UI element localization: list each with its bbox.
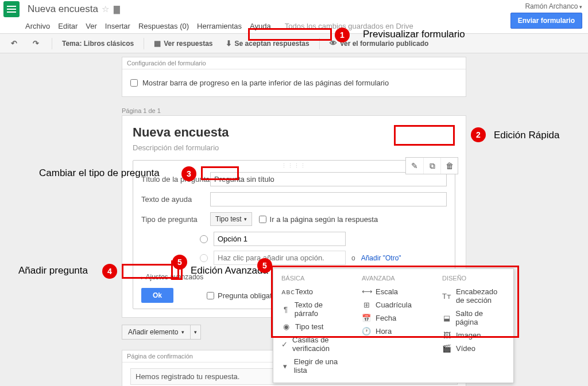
doc-title[interactable]: Nueva encuesta bbox=[28, 3, 98, 15]
dd-item-section[interactable]: TᴛEncabezado de sección bbox=[442, 285, 505, 307]
image-icon: 🖼 bbox=[442, 331, 451, 340]
header-icon: Tᴛ bbox=[442, 292, 451, 301]
check-icon: ✓ bbox=[281, 340, 288, 349]
dd-item-checkboxes[interactable]: ✓Casillas de verificación bbox=[281, 333, 345, 355]
download-icon: ⬇ bbox=[226, 39, 232, 48]
annotation-text-1: Previsualizar formulario bbox=[363, 29, 465, 40]
dd-section-advanced: AVANZADA bbox=[362, 275, 425, 282]
delete-icon[interactable]: 🗑 bbox=[440, 158, 458, 174]
dd-section-basic: BÁSICA bbox=[281, 275, 345, 282]
dd-item-list[interactable]: ▾Elegir de una lista bbox=[281, 355, 345, 377]
ok-button[interactable]: Ok bbox=[141, 288, 173, 303]
add-option-row: o Añadir "Otro" bbox=[200, 251, 447, 265]
dd-item-scale[interactable]: ⟷Escala bbox=[362, 285, 425, 298]
menu-edit[interactable]: Editar bbox=[58, 22, 78, 30]
forms-logo[interactable] bbox=[3, 1, 20, 17]
radio-icon bbox=[200, 254, 208, 262]
annotation-badge-4: 4 bbox=[102, 264, 117, 279]
page-indicator: Página 1 de 1 bbox=[122, 107, 588, 114]
clock-icon: 🕐 bbox=[362, 327, 371, 336]
send-form-button-top[interactable]: Enviar formulario bbox=[510, 13, 582, 29]
dd-item-date[interactable]: 📅Fecha bbox=[362, 311, 425, 325]
add-option-input[interactable] bbox=[214, 251, 346, 265]
add-other-link[interactable]: Añadir "Otro" bbox=[361, 254, 401, 262]
video-icon: 🎬 bbox=[442, 344, 451, 353]
radio-icon bbox=[200, 235, 208, 243]
goto-page-option[interactable]: Ir a la página según la respuesta bbox=[259, 215, 378, 224]
add-item-split-button[interactable]: ▾ bbox=[191, 325, 201, 340]
help-text-label: Texto de ayuda bbox=[141, 195, 210, 204]
text-icon: ᴀʙᴄ bbox=[281, 287, 291, 296]
accepting-responses-button[interactable]: ⬇Se aceptan respuestas bbox=[220, 36, 315, 50]
menu-help[interactable]: Ayuda bbox=[250, 22, 271, 30]
dd-item-time[interactable]: 🕐Hora bbox=[362, 325, 425, 338]
theme-button[interactable]: Tema: Libros clásicos bbox=[57, 37, 139, 50]
menubar: Archivo Editar Ver Insertar Respuestas (… bbox=[0, 18, 588, 33]
calendar-icon: 📅 bbox=[362, 314, 371, 322]
panel-header: Configuración del formulario bbox=[122, 57, 466, 69]
dd-item-paragraph[interactable]: ¶Texto de párrafo bbox=[281, 298, 345, 320]
dd-item-text[interactable]: ᴀʙᴄTexto bbox=[281, 285, 345, 298]
goto-checkbox[interactable] bbox=[259, 216, 266, 223]
add-item-button[interactable]: Añadir elemento bbox=[122, 325, 191, 340]
required-checkbox[interactable] bbox=[207, 292, 214, 299]
toolbar: ↶ ↷ Tema: Libros clásicos ▦Ver respuesta… bbox=[0, 34, 588, 53]
radio-icon: ◉ bbox=[281, 322, 291, 331]
grid-icon: ⊞ bbox=[362, 301, 371, 309]
annotation-badge-2: 2 bbox=[471, 127, 486, 142]
form-description[interactable]: Descripción del formulario bbox=[133, 143, 455, 152]
annotation-text-4: Añadir pregunta bbox=[18, 265, 88, 276]
dd-item-image[interactable]: 🖼Imagen bbox=[442, 329, 505, 342]
menu-insert[interactable]: Insertar bbox=[105, 22, 130, 30]
annotation-text-2: Edición Rápida bbox=[494, 130, 559, 141]
menu-file[interactable]: Archivo bbox=[25, 22, 50, 30]
dd-section-design: DISEÑO bbox=[442, 275, 505, 282]
undo-button[interactable]: ↶ bbox=[6, 36, 25, 50]
annotation-badge-5a: 5 bbox=[172, 255, 187, 270]
view-responses-button[interactable]: ▦Ver respuestas bbox=[149, 36, 218, 50]
menu-view[interactable]: Ver bbox=[86, 22, 97, 30]
user-menu[interactable]: Ramón Archanco bbox=[525, 2, 582, 10]
dropdown-icon: ▾ bbox=[281, 362, 289, 371]
edit-icon[interactable]: ✎ bbox=[406, 158, 423, 174]
option-row-1 bbox=[200, 232, 447, 246]
duplicate-icon[interactable]: ⧉ bbox=[423, 158, 440, 174]
progress-bar-checkbox[interactable] bbox=[130, 79, 138, 87]
menu-responses[interactable]: Respuestas (0) bbox=[138, 22, 189, 30]
question-type-select[interactable]: Tipo test bbox=[210, 212, 252, 226]
undo-icon: ↶ bbox=[11, 39, 17, 48]
eye-icon: 👁 bbox=[330, 39, 337, 48]
dd-item-multiple[interactable]: ◉Tipo test bbox=[281, 320, 345, 333]
paragraph-icon: ¶ bbox=[281, 305, 290, 314]
dd-item-video[interactable]: 🎬Vídeo bbox=[442, 342, 505, 355]
option-1-input[interactable] bbox=[214, 232, 346, 246]
help-text-input[interactable] bbox=[210, 192, 447, 206]
menu-tools[interactable]: Herramientas bbox=[197, 22, 242, 30]
scale-icon: ⟷ bbox=[362, 287, 371, 296]
progress-bar-option[interactable]: Mostrar barra de progreso en la parte in… bbox=[130, 75, 458, 91]
question-type-label: Tipo de pregunta bbox=[141, 215, 210, 224]
folder-icon[interactable]: ▇ bbox=[114, 5, 120, 14]
dd-item-pagebreak[interactable]: ⬓Salto de página bbox=[442, 307, 505, 329]
grid-icon: ▦ bbox=[154, 39, 161, 48]
form-config-panel: Configuración del formulario Mostrar bar… bbox=[122, 57, 466, 97]
annotation-text-3: Cambiar el tipo de pregunta bbox=[39, 167, 160, 179]
star-icon[interactable]: ☆ bbox=[102, 4, 109, 14]
question-actions: ✎ ⧉ 🗑 bbox=[405, 157, 458, 174]
redo-button[interactable]: ↷ bbox=[28, 36, 47, 50]
annotation-badge-3: 3 bbox=[181, 166, 196, 181]
form-title[interactable]: Nueva encuesta bbox=[133, 125, 455, 140]
annotation-badge-5b: 5 bbox=[257, 258, 272, 273]
redo-icon: ↷ bbox=[33, 39, 39, 48]
add-item-dropdown: BÁSICA ᴀʙᴄTexto ¶Texto de párrafo ◉Tipo … bbox=[273, 268, 514, 383]
dd-item-grid[interactable]: ⊞Cuadrícula bbox=[362, 298, 425, 311]
annotation-text-5: Edición Avanzada bbox=[191, 265, 268, 276]
pagebreak-icon: ⬓ bbox=[442, 314, 451, 322]
annotation-badge-1: 1 bbox=[335, 28, 350, 42]
